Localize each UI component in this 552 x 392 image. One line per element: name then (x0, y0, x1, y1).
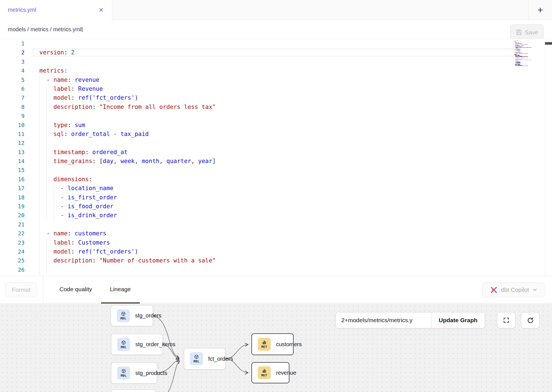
tab-code-quality[interactable]: Code quality (51, 276, 101, 303)
indent-guide (46, 175, 47, 184)
code-line: version: 2 (39, 48, 75, 57)
line-number: 16 (0, 175, 25, 184)
indent-guide (46, 111, 47, 120)
indent-guide (39, 111, 40, 120)
indent-guide (39, 157, 40, 166)
editor-line-8[interactable]: 8 description: "Income from all orders l… (0, 102, 552, 111)
line-number: 21 (0, 220, 25, 229)
refresh-icon (527, 317, 534, 324)
editor-line-13[interactable]: 13 timestamp: ordered_at (0, 148, 552, 157)
indent-guide (46, 184, 47, 193)
editor-line-9[interactable]: 9 (0, 111, 552, 120)
line-number: 13 (0, 148, 25, 157)
editor-line-24[interactable]: 24 model: ref('fct_orders') (0, 247, 552, 256)
code-line: timestamp: ordered_at (39, 148, 128, 157)
editor-line-2[interactable]: 2version: 2 (0, 48, 552, 57)
indent-guide (39, 247, 40, 256)
node-label: fct_orders (208, 356, 233, 362)
editor-line-10[interactable]: 10 type: sum (0, 121, 552, 130)
scrollbar-handle[interactable] (545, 42, 552, 45)
line-number: 5 (0, 75, 25, 84)
indent-guide (39, 193, 40, 202)
lineage-filter-input[interactable] (336, 312, 431, 328)
tab-lineage[interactable]: Lineage (101, 276, 140, 303)
new-tab-button[interactable]: + (528, 0, 552, 20)
indent-guide (46, 238, 47, 247)
editor-line-22[interactable]: 22 - name: customers (0, 229, 552, 238)
line-number: 1 (0, 39, 25, 48)
lineage-node-stg_products[interactable]: MDLstg_products (111, 362, 157, 384)
editor-line-18[interactable]: 18 - is_first_order (0, 193, 552, 202)
metric-icon: MET (258, 366, 271, 379)
lineage-node-fct_orders[interactable]: MDLfct_orders (184, 348, 225, 369)
editor-line-19[interactable]: 19 - is_food_order (0, 202, 552, 211)
toolbar-divider (43, 276, 43, 303)
line-number: 10 (0, 121, 25, 130)
editor-line-1[interactable]: 1 (0, 39, 552, 48)
lineage-filter-group: Update Graph (335, 312, 485, 328)
indent-guide (46, 166, 47, 175)
editor-line-26[interactable]: 26 (0, 265, 552, 274)
line-number: 12 (0, 138, 25, 147)
editor-line-15[interactable]: 15 (0, 166, 552, 175)
lineage-node-stg_order_items[interactable]: MDLstg_order_items (111, 334, 163, 355)
close-icon[interactable]: ✕ (99, 7, 104, 13)
indent-guide (46, 256, 47, 265)
editor-line-3[interactable]: 3 (0, 57, 552, 66)
update-graph-button[interactable]: Update Graph (431, 312, 485, 328)
save-button[interactable]: Save (510, 24, 544, 40)
editor-line-7[interactable]: 7 model: ref('fct_orders') (0, 93, 552, 102)
editor-line-16[interactable]: 16 dimensions: (0, 175, 552, 184)
format-button[interactable]: Format (6, 283, 37, 297)
indent-guide (39, 130, 40, 138)
lineage-graph[interactable]: MDLstg_ordersMDLstg_order_itemsMDLstg_pr… (0, 304, 552, 392)
code-editor[interactable]: 12version: 234metrics:5 - name: revenue6… (0, 39, 552, 276)
tab-metrics-yml[interactable]: metrics.yml ✕ (0, 0, 112, 20)
editor-line-17[interactable]: 17 - location_name (0, 184, 552, 193)
fullscreen-button[interactable] (497, 312, 515, 328)
code-line: - is_food_order (39, 202, 114, 211)
editor-line-23[interactable]: 23 label: Customers (0, 238, 552, 247)
code-line: time_grains: [day, week, month, quarter,… (39, 157, 216, 166)
minimap[interactable] (514, 40, 540, 67)
editor-line-11[interactable]: 11 sql: order_total - tax_paid (0, 130, 552, 138)
refresh-button[interactable] (521, 312, 539, 328)
edge-partial-node-to-fct_orders (156, 361, 179, 392)
editor-line-6[interactable]: 6 label: Revenue (0, 84, 552, 93)
code-line: description: "Income from all orders les… (39, 102, 216, 111)
indent-guide (46, 265, 47, 274)
editor-line-25[interactable]: 25 description: "Number of customers wit… (0, 256, 552, 265)
lineage-node-stg_orders[interactable]: MDLstg_orders (111, 305, 153, 326)
line-number: 9 (0, 111, 25, 120)
dbt-copilot-button[interactable]: dbt Copilot (482, 283, 545, 297)
breadcrumb-row: models / metrics / metrics.yml (0, 20, 552, 39)
indent-guide (46, 247, 47, 256)
editor-line-5[interactable]: 5 - name: revenue (0, 75, 552, 84)
indent-guide (46, 84, 47, 93)
indent-guide (39, 184, 40, 193)
editor-line-14[interactable]: 14 time_grains: [day, week, month, quart… (0, 157, 552, 166)
line-number: 7 (0, 93, 25, 102)
line-number: 26 (0, 265, 25, 274)
indent-guide (39, 265, 40, 274)
editor-line-21[interactable]: 21 (0, 220, 552, 229)
indent-guide (39, 229, 40, 238)
code-line: dimensions: (39, 175, 92, 184)
editor-line-12[interactable]: 12 (0, 138, 552, 147)
lineage-node-customers[interactable]: METcustomers (251, 333, 294, 355)
lineage-node-partial-node[interactable]: MDL (111, 389, 156, 392)
editor-line-20[interactable]: 20 - is_drink_order (0, 211, 552, 220)
line-number: 8 (0, 102, 25, 111)
indent-guide (39, 148, 40, 157)
lineage-node-revenue[interactable]: METrevenue (251, 362, 289, 383)
indent-guide (46, 93, 47, 102)
line-number: 2 (0, 48, 25, 57)
model-icon: MDL (190, 352, 203, 365)
indent-guide (46, 102, 47, 111)
editor-line-4[interactable]: 4metrics: (0, 66, 552, 75)
indent-guide (46, 148, 47, 157)
code-line: - is_drink_order (39, 211, 117, 220)
tab-bar: metrics.yml ✕ + (0, 0, 552, 20)
code-line: model: ref('fct_orders') (39, 247, 138, 256)
model-icon: MDL (117, 367, 130, 379)
